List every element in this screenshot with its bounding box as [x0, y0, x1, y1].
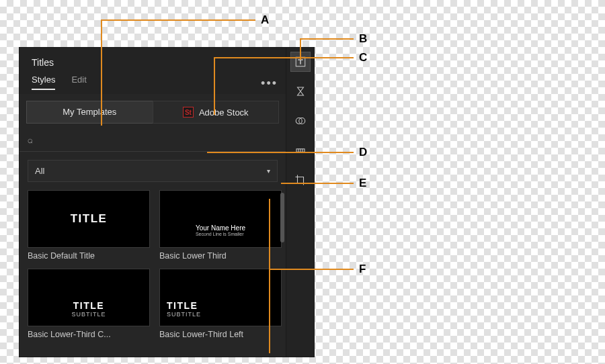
- templates-grid: TITLE Basic Default Title Your Name Here…: [28, 190, 282, 340]
- callout-line: [269, 199, 270, 353]
- grid-scrollbar[interactable]: [280, 193, 284, 242]
- template-item[interactable]: TITLE Basic Default Title: [28, 190, 150, 262]
- callout-label-f: F: [359, 263, 366, 276]
- template-name: Basic Lower-Third Left: [159, 326, 282, 340]
- callout-label-e: E: [359, 177, 366, 190]
- hourglass-icon[interactable]: [290, 81, 311, 101]
- callout-label-d: D: [359, 146, 367, 159]
- panel-menu-icon[interactable]: •••: [261, 77, 278, 91]
- callout-line: [214, 57, 215, 115]
- panel-tabs: Styles Edit: [19, 75, 286, 94]
- search-icon: ⌕: [28, 134, 33, 145]
- search-row: ⌕: [19, 129, 286, 152]
- source-toggle: My Templates St Adobe Stock: [19, 94, 286, 129]
- level-icon[interactable]: [290, 140, 311, 161]
- callout-label-b: B: [359, 32, 367, 46]
- titles-panel: Titles Styles Edit ••• My Templates St A…: [19, 47, 315, 357]
- callout-line: [269, 269, 354, 270]
- template-thumbnail: TITLE: [28, 190, 150, 248]
- thumb-text: SUBTITLE: [167, 311, 201, 318]
- category-filter[interactable]: All ▾: [28, 160, 278, 182]
- thumb-text: Your Name Here: [196, 224, 245, 232]
- panel-right-sidebar: [286, 48, 314, 357]
- thumb-text: TITLE: [167, 300, 201, 311]
- callout-line: [101, 19, 102, 126]
- tab-styles[interactable]: Styles: [32, 75, 55, 90]
- template-item[interactable]: Your Name Here Second Line is Smaller Ba…: [159, 190, 282, 262]
- crop-icon[interactable]: [290, 170, 311, 190]
- callout-line: [214, 57, 354, 58]
- template-thumbnail: TITLE SUBTITLE: [159, 269, 282, 326]
- callout-line: [300, 38, 354, 40]
- callout-line: [281, 183, 354, 184]
- search-input[interactable]: [38, 132, 278, 147]
- thumb-text: TITLE: [71, 300, 106, 311]
- template-item[interactable]: TITLE SUBTITLE Basic Lower-Third C...: [28, 269, 150, 340]
- source-my-templates[interactable]: My Templates: [26, 101, 153, 124]
- callout-label-a: A: [261, 13, 269, 27]
- template-name: Basic Lower Third: [159, 248, 282, 262]
- thumb-text: SUBTITLE: [71, 311, 106, 318]
- adobe-stock-icon: St: [183, 107, 194, 118]
- thumb-text: TITLE: [71, 212, 108, 226]
- templates-grid-wrap: TITLE Basic Default Title Your Name Here…: [19, 187, 286, 357]
- chevron-down-icon: ▾: [267, 167, 270, 175]
- thumb-text: Second Line is Smaller: [196, 232, 245, 236]
- callout-line: [207, 152, 354, 153]
- template-item[interactable]: TITLE SUBTITLE Basic Lower-Third Left: [159, 269, 282, 340]
- template-name: Basic Lower-Third C...: [28, 326, 150, 340]
- source-adobe-stock[interactable]: St Adobe Stock: [153, 101, 280, 124]
- category-filter-label: All: [35, 166, 44, 176]
- callout-label-c: C: [359, 51, 367, 64]
- callout-line: [101, 19, 255, 21]
- venn-icon[interactable]: [290, 111, 311, 131]
- template-thumbnail: Your Name Here Second Line is Smaller: [159, 190, 282, 248]
- tab-edit[interactable]: Edit: [71, 75, 86, 90]
- panel-main: Titles Styles Edit ••• My Templates St A…: [19, 48, 286, 357]
- template-thumbnail: TITLE SUBTITLE: [28, 269, 150, 326]
- template-name: Basic Default Title: [28, 248, 150, 262]
- source-adobe-stock-label: Adobe Stock: [199, 107, 249, 118]
- panel-title: Titles: [19, 48, 286, 75]
